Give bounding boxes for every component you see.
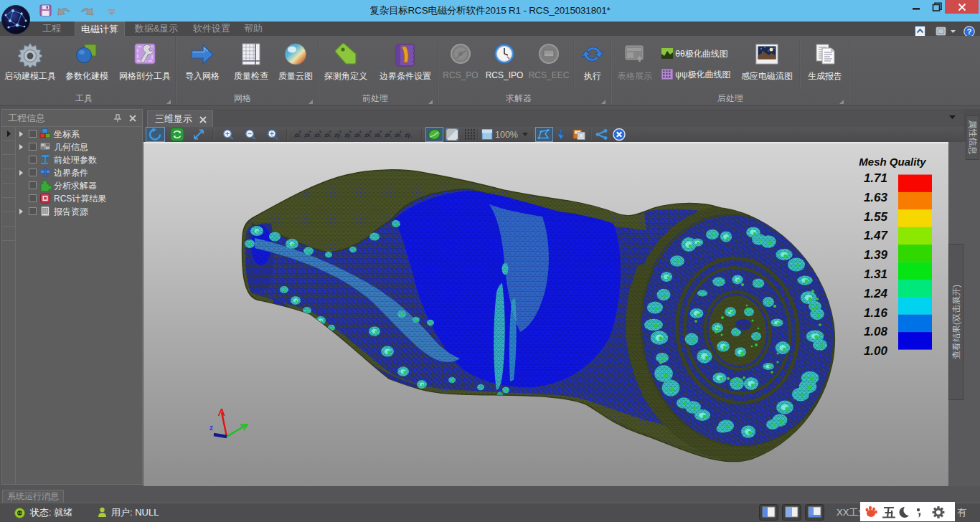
svg-text:1.55: 1.55: [864, 210, 888, 224]
svg-text:y: y: [319, 129, 321, 133]
svg-text:1.08: 1.08: [864, 325, 888, 338]
svg-text:?: ?: [967, 27, 972, 36]
svg-text:y: y: [359, 129, 362, 133]
svg-text:z: z: [209, 424, 213, 432]
svg-text:y: y: [299, 129, 301, 133]
svg-text:y: y: [400, 129, 402, 133]
svg-text:v: v: [380, 129, 382, 133]
svg-text:x: x: [339, 129, 341, 133]
svg-text:y: y: [369, 129, 372, 133]
svg-text:1.39: 1.39: [864, 248, 888, 262]
svg-text:1.00: 1.00: [864, 344, 888, 358]
svg-text:Mesh Quality: Mesh Quality: [859, 156, 926, 168]
svg-text:x: x: [349, 129, 352, 133]
svg-text:1.47: 1.47: [864, 229, 889, 242]
svg-text:1.71: 1.71: [864, 171, 887, 185]
svg-text:100%: 100%: [495, 130, 518, 140]
svg-text:y: y: [329, 129, 331, 133]
svg-text:1.24: 1.24: [864, 287, 888, 300]
svg-text:1.31: 1.31: [864, 267, 887, 281]
svg-text:1.16: 1.16: [864, 306, 888, 320]
svg-text:1.63: 1.63: [864, 191, 888, 204]
svg-text:y: y: [309, 129, 311, 133]
svg-text:v: v: [390, 129, 392, 133]
